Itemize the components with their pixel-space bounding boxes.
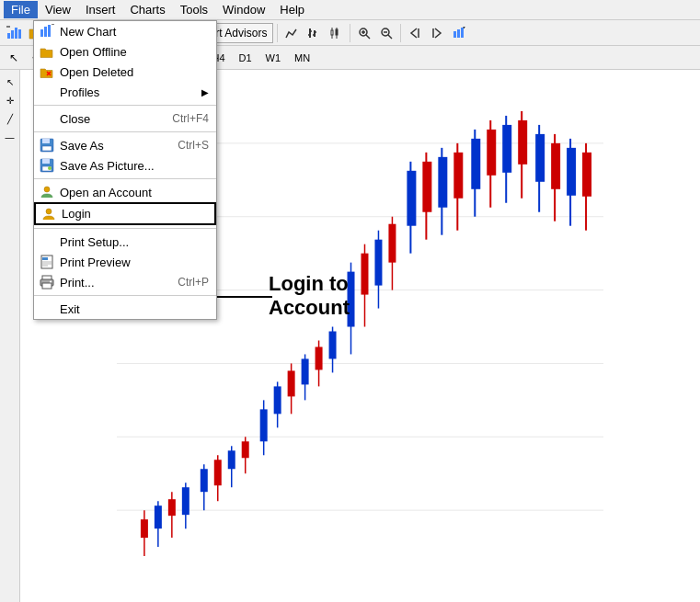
svg-rect-109 (42, 139, 50, 143)
menu-exit[interactable]: Exit (34, 299, 216, 319)
line-chart-btn[interactable] (281, 23, 302, 43)
svg-rect-102 (40, 29, 43, 37)
menu-login[interactable]: Login (34, 202, 216, 225)
menu-sep4 (34, 228, 216, 229)
new-chart-tb-btn[interactable] (449, 23, 469, 43)
menubar-view[interactable]: View (38, 1, 78, 18)
svg-rect-85 (453, 153, 463, 199)
menu-open-offline[interactable]: Open Offline (34, 41, 216, 62)
svg-rect-59 (260, 409, 268, 441)
bar-chart-icon (307, 27, 320, 40)
menu-login-label: Login (62, 207, 91, 221)
candlestick-btn[interactable] (326, 23, 346, 43)
menubar-help[interactable]: Help (272, 1, 312, 18)
menu-print-setup[interactable]: Print Setup... (34, 232, 216, 252)
tf-mn[interactable]: MN (289, 51, 316, 65)
menubar-insert[interactable]: Insert (78, 1, 123, 18)
svg-point-114 (48, 166, 52, 170)
save-as-icon (38, 136, 56, 154)
new-chart-btn[interactable] (4, 23, 24, 43)
menu-print-preview[interactable]: Print Preview (34, 252, 216, 272)
svg-point-116 (46, 209, 52, 214)
print-preview-icon (38, 253, 56, 271)
tf-d1[interactable]: D1 (234, 51, 258, 65)
menu-open-account-label: Open an Account (60, 186, 152, 199)
tf-w1[interactable]: W1 (260, 51, 287, 65)
menu-sep3 (34, 178, 216, 179)
svg-rect-49 (182, 487, 189, 515)
menu-new-chart[interactable]: New Chart (34, 21, 216, 41)
svg-rect-47 (168, 499, 176, 516)
menu-sep2 (34, 131, 216, 132)
menubar-window[interactable]: Window (215, 1, 272, 18)
menu-new-chart-label: New Chart (60, 25, 116, 39)
menu-sep1 (34, 105, 216, 106)
open-offline-icon (38, 42, 56, 61)
menu-close-shortcut: Ctrl+F4 (172, 112, 209, 125)
menubar-charts[interactable]: Charts (122, 1, 172, 18)
scroll-right-icon (430, 27, 443, 40)
line-chart-icon (285, 27, 298, 40)
left-sidebar: ↖ ✛ ╱ — (0, 70, 20, 602)
menu-open-account[interactable]: Open an Account (34, 182, 216, 202)
svg-rect-51 (201, 469, 208, 492)
svg-rect-45 (155, 505, 162, 528)
sidebar-hline[interactable]: — (2, 129, 18, 145)
svg-rect-1 (11, 30, 14, 39)
menu-profiles-label: Profiles (60, 85, 99, 99)
cursor-btn[interactable]: ↖ (4, 48, 24, 68)
svg-rect-97 (551, 143, 560, 189)
menu-exit-label: Exit (60, 302, 80, 316)
sidebar-line[interactable]: ╱ (2, 110, 18, 127)
menu-save-as[interactable]: Save As Ctrl+S (34, 135, 216, 155)
candlestick-icon (329, 27, 342, 40)
menubar-tools[interactable]: Tools (173, 1, 215, 18)
menu-profiles[interactable]: Profiles ▶ (34, 82, 216, 102)
svg-rect-67 (316, 346, 323, 369)
svg-rect-101 (582, 153, 591, 197)
menubar-file[interactable]: File (4, 1, 38, 18)
svg-rect-124 (42, 283, 52, 289)
menu-print[interactable]: Print... Ctrl+P (34, 272, 216, 292)
zoom-in-btn[interactable] (354, 23, 374, 43)
svg-rect-81 (422, 162, 431, 212)
scroll-right-btn[interactable] (427, 23, 447, 43)
svg-rect-31 (457, 29, 460, 38)
open-account-icon (38, 183, 56, 201)
svg-rect-3 (18, 29, 21, 39)
svg-rect-69 (329, 332, 337, 359)
svg-rect-20 (336, 29, 338, 35)
svg-point-125 (50, 281, 52, 283)
svg-rect-87 (471, 139, 480, 189)
svg-rect-79 (407, 171, 416, 226)
profiles-submenu-arrow: ▶ (201, 87, 209, 97)
svg-rect-95 (535, 134, 545, 182)
open-deleted-icon (38, 62, 56, 81)
svg-rect-53 (214, 460, 222, 485)
zoom-out-icon (380, 27, 393, 40)
new-chart-icon (6, 26, 21, 40)
save-picture-icon (38, 156, 56, 175)
login-icon (40, 205, 58, 223)
menu-save-as-picture-label: Save As Picture... (60, 159, 155, 173)
scroll-left-btn[interactable] (405, 23, 425, 43)
zoom-out-btn[interactable] (376, 23, 396, 43)
sidebar-crosshair[interactable]: ✛ (2, 92, 18, 108)
menu-close[interactable]: Close Ctrl+F4 (34, 108, 216, 129)
svg-rect-18 (331, 30, 333, 35)
menu-sep5 (34, 295, 216, 296)
sep3 (277, 24, 278, 42)
menu-open-deleted[interactable]: Open Deleted (34, 62, 216, 82)
sidebar-cursor[interactable]: ↖ (2, 74, 18, 90)
menu-save-as-shortcut: Ctrl+S (178, 139, 209, 152)
svg-rect-103 (44, 27, 47, 37)
svg-rect-30 (453, 31, 456, 38)
new-chart-menu-icon (38, 22, 56, 40)
bar-chart-btn[interactable] (304, 23, 324, 43)
menu-print-setup-label: Print Setup... (60, 235, 129, 249)
scroll-left-icon (408, 27, 421, 40)
menu-save-as-picture[interactable]: Save As Picture... (34, 155, 216, 176)
menu-save-as-label: Save As (60, 139, 104, 153)
svg-rect-71 (348, 272, 355, 327)
svg-rect-32 (461, 28, 464, 38)
